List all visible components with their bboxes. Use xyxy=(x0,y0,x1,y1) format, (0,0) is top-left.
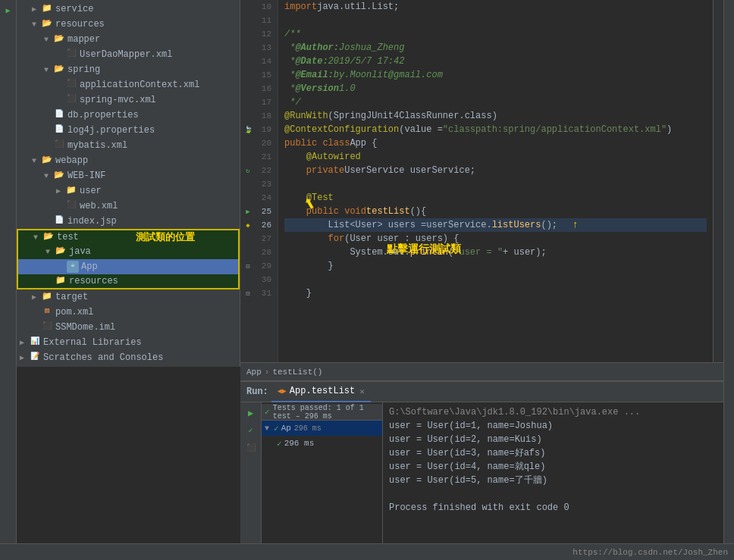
tree-label-extlibs: External Libraries xyxy=(43,337,142,348)
tree-arrow-target: ▶ xyxy=(32,293,41,302)
code-line-10: import java.util.List; xyxy=(284,0,707,14)
tree-item-extlibs[interactable]: ▶ 📊 External Libraries xyxy=(17,335,240,350)
tree-label-springmvc: spring-mvc.xml xyxy=(80,95,156,105)
run-output-line-8: Process finished with exit code 0 xyxy=(389,501,717,515)
tree-arrow-user: ▶ xyxy=(56,186,65,196)
run-play-btn[interactable]: ▶ xyxy=(243,405,259,421)
tree-item-user[interactable]: ▶ 📁 user xyxy=(17,183,240,199)
tree-item-mybatis[interactable]: ▶ ⬛ mybatis.xml xyxy=(17,138,240,153)
tree-label-res2: resources xyxy=(69,276,118,286)
tree-item-ssmdome[interactable]: ▶ ⬛ SSMDome.iml xyxy=(17,320,240,335)
tree-item-userdaomapper[interactable]: ▶ ⬛ UserDaoMapper.xml xyxy=(17,47,240,62)
run-output-line-3: user = User(id=2, name=Kuis) xyxy=(389,433,717,446)
tree-item-app[interactable]: ▶ ☕ App xyxy=(17,259,240,274)
code-gutter: 🍃 ↻ ▶ ◆ ⊟ ⊟ xyxy=(240,0,256,362)
scratches-icon: 📝 xyxy=(29,352,41,364)
tree-label-user: user xyxy=(80,186,102,196)
run-tab-active[interactable]: ◀▶ App.testList ✕ xyxy=(271,381,371,402)
tree-item-pom[interactable]: ▶ m pom.xml xyxy=(17,305,240,320)
linenum-24: 24 xyxy=(259,191,274,205)
linenum-12: 12 xyxy=(259,27,274,41)
folder-icon-res2: 📁 xyxy=(55,275,67,287)
code-line-11 xyxy=(284,14,707,27)
tree-item-scratches[interactable]: ▶ 📝 Scratches and Consoles xyxy=(17,350,240,365)
run-tree-label-sub: 296 ms xyxy=(284,439,315,448)
xml-icon-mybatis: ⬛ xyxy=(53,139,65,152)
tree-item-springmvc[interactable]: ▶ ⬛ spring-mvc.xml xyxy=(17,92,240,108)
run-toolbar: ▶ ✓ ⬛ xyxy=(240,402,262,543)
scrollbar-right[interactable] xyxy=(713,0,723,362)
left-panel-tabs: ▶ xyxy=(0,0,17,543)
run-tree-item-app[interactable]: ▼ ✓ Ap 296 ms xyxy=(262,421,382,436)
linenum-22: 22 xyxy=(259,164,274,177)
folder-icon-webinf: 📂 xyxy=(53,170,65,182)
tree-item-index[interactable]: ▶ 📄 index.jsp xyxy=(17,214,240,229)
tree-item-service[interactable]: ▶ 📁 service xyxy=(17,2,240,17)
gutter-20 xyxy=(240,136,256,150)
left-icon-1[interactable]: ▶ xyxy=(1,3,16,18)
code-editor[interactable]: import java.util.List; /** * @Author: Jo… xyxy=(278,0,713,362)
tree-item-log4j[interactable]: ▶ 📄 log4j.properties xyxy=(17,123,240,138)
tree-label-service: service xyxy=(55,4,93,14)
tree-item-java[interactable]: ▼ 📂 java xyxy=(17,244,240,259)
tree-item-webapp[interactable]: ▼ 📂 webapp xyxy=(17,153,240,168)
tree-label-webapp: webapp xyxy=(55,155,88,166)
run-tab-icon: ◀▶ xyxy=(278,386,287,396)
code-line-15: * @Email: by.Moonlit@gmail.com xyxy=(284,68,707,82)
gutter-13 xyxy=(240,41,256,55)
linenum-18: 18 xyxy=(259,109,274,123)
folder-icon-test: 📂 xyxy=(42,231,55,243)
run-tree-item-sub[interactable]: ✓ 296 ms xyxy=(262,436,382,451)
tree-item-test[interactable]: ▼ 📂 test 測試類的位置 xyxy=(17,229,240,244)
code-line-28: System.out.println("user = " + user); xyxy=(284,246,707,259)
tree-label-app: App xyxy=(81,261,98,272)
code-line-12: /** xyxy=(284,27,707,41)
code-line-25: public void testList(){ xyxy=(284,205,707,218)
iml-icon-ssmdome: ⬛ xyxy=(41,321,53,333)
xml-icon-springmvc: ⬛ xyxy=(65,94,77,106)
tree-item-webxml[interactable]: ▶ ⬛ web.xml xyxy=(17,199,240,214)
gutter-11 xyxy=(240,14,256,27)
tree-item-webinf[interactable]: ▼ 📂 WEB-INF xyxy=(17,168,240,183)
linenum-14: 14 xyxy=(259,55,274,68)
folder-icon-mapper: 📂 xyxy=(53,33,65,45)
code-line-29: } xyxy=(284,259,707,273)
tree-item-resources[interactable]: ▼ 📂 resources xyxy=(17,17,240,32)
run-check-btn[interactable]: ✓ xyxy=(243,423,259,438)
tree-label-scratches: Scratches and Consoles xyxy=(43,352,163,363)
folder-icon-target: 📁 xyxy=(41,291,53,303)
tree-item-target[interactable]: ▶ 📁 target xyxy=(17,289,240,305)
tree-arrow-service: ▶ xyxy=(32,5,41,14)
tree-item-resources2[interactable]: ▶ 📁 resources xyxy=(17,274,240,289)
tree-label-webinf: WEB-INF xyxy=(67,171,105,181)
gutter-10 xyxy=(240,0,256,14)
linenum-23: 23 xyxy=(259,177,274,191)
run-pass-icon-app: ✓ xyxy=(274,424,279,433)
tree-item-mapper[interactable]: ▼ 📂 mapper xyxy=(17,32,240,47)
gutter-25: ▶ xyxy=(240,205,256,218)
run-stop-btn[interactable]: ⬛ xyxy=(243,440,259,455)
file-tree: ▶ 📁 service ▼ 📂 resources ▼ xyxy=(17,0,240,367)
linenum-17: 17 xyxy=(259,95,274,109)
run-pass-icon-sub: ✓ xyxy=(277,439,282,449)
linenum-15: 15 xyxy=(259,68,274,82)
run-tab-close[interactable]: ✕ xyxy=(359,386,365,396)
tree-item-dbprops[interactable]: ▶ 📄 db.properties xyxy=(17,108,240,123)
tree-label-mybatis: mybatis.xml xyxy=(67,140,127,151)
tree-item-spring[interactable]: ▼ 📂 spring xyxy=(17,62,240,77)
linenum-20: 20 xyxy=(259,136,274,150)
code-line-17: */ xyxy=(284,95,707,109)
breadcrumb-method: testList() xyxy=(272,368,322,377)
tree-label-dbprops: db.properties xyxy=(67,110,139,120)
folder-icon-service: 📁 xyxy=(41,3,53,15)
tree-arrow-scratches: ▶ xyxy=(20,353,29,362)
tree-arrow-mapper: ▼ xyxy=(44,36,53,44)
code-line-13: * @Author: Joshua_Zheng xyxy=(284,41,707,55)
run-panel: Run: ◀▶ App.testList ✕ ▶ ✓ ⬛ xyxy=(240,380,723,543)
gutter-28 xyxy=(240,246,256,259)
tree-item-appcontext[interactable]: ▶ ⬛ applicationContext.xml xyxy=(17,77,240,92)
gutter-19: 🍃 xyxy=(240,123,256,136)
run-tree: ✓ Tests passed: 1 of 1 test – 296 ms ▼ ✓… xyxy=(262,402,383,543)
tree-label-test: test xyxy=(57,232,79,242)
run-tree-label-app: Ap xyxy=(281,424,291,433)
